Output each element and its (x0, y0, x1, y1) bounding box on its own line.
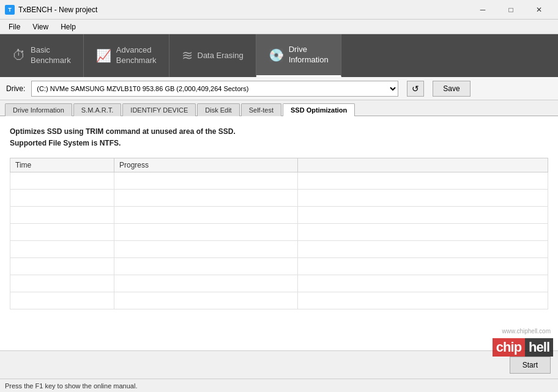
toolbar-drive-information[interactable]: 💽 DriveInformation (256, 34, 341, 77)
tab-ssd-optimization[interactable]: SSD Optimization (283, 103, 355, 116)
table-row (10, 224, 548, 241)
tab-smart[interactable]: S.M.A.R.T. (73, 103, 122, 116)
tab-drive-information[interactable]: Drive Information (5, 103, 72, 116)
status-bar: Press the F1 key to show the online manu… (0, 379, 558, 392)
table-row (10, 190, 548, 207)
tabs-bar: Drive Information S.M.A.R.T. IDENTIFY DE… (0, 100, 558, 116)
title-bar: T TxBENCH - New project ─ □ ✕ (0, 0, 558, 20)
data-erasing-icon: ≋ (182, 48, 193, 64)
basic-benchmark-icon: ⏱ (12, 48, 26, 64)
close-button[interactable]: ✕ (525, 0, 553, 20)
basic-benchmark-label: BasicBenchmark (31, 45, 71, 66)
window-controls: ─ □ ✕ (469, 0, 553, 20)
tab-disk-edit[interactable]: Disk Edit (197, 103, 239, 116)
drive-information-label: DriveInformation (289, 45, 329, 65)
advanced-benchmark-label: AdvancedBenchmark (116, 45, 157, 66)
menu-file[interactable]: File (2, 21, 26, 32)
maximize-button[interactable]: □ (497, 0, 525, 20)
drive-bar: Drive: (C:) NVMe SAMSUNG MZVLB1T0 953.86… (0, 77, 558, 100)
desc-line2: Supported File System is NTFS. (10, 138, 548, 149)
advanced-benchmark-icon: 📈 (96, 48, 111, 63)
col-header-progress: Progress (114, 158, 298, 172)
drive-label: Drive: (6, 84, 25, 93)
toolbar-advanced-benchmark[interactable]: 📈 AdvancedBenchmark (84, 34, 169, 77)
col-header-time: Time (10, 158, 114, 172)
main-wrapper: Drive Information S.M.A.R.T. IDENTIFY DE… (0, 100, 558, 379)
drive-select[interactable]: (C:) NVMe SAMSUNG MZVLB1T0 953.86 GB (2,… (31, 81, 398, 97)
table-row (10, 292, 548, 309)
description-block: Optimizes SSD using TRIM command at unus… (10, 126, 548, 149)
menu-help[interactable]: Help (54, 21, 82, 32)
bottom-bar: Start (0, 350, 558, 379)
desc-line1: Optimizes SSD using TRIM command at unus… (10, 126, 548, 138)
start-button[interactable]: Start (510, 357, 551, 374)
title-bar-left: T TxBENCH - New project (5, 5, 97, 15)
col-header-extra (298, 158, 548, 172)
table-row (10, 258, 548, 275)
app-title: TxBENCH - New project (18, 6, 97, 14)
app-icon: T (5, 5, 15, 15)
status-text: Press the F1 key to show the online manu… (5, 382, 137, 390)
tab-content-ssd-optimization: Optimizes SSD using TRIM command at unus… (0, 116, 558, 350)
table-row (10, 275, 548, 292)
table-row (10, 172, 548, 190)
minimize-button[interactable]: ─ (469, 0, 497, 20)
toolbar-basic-benchmark[interactable]: ⏱ BasicBenchmark (0, 34, 84, 77)
toolbar: ⏱ BasicBenchmark 📈 AdvancedBenchmark ≋ D… (0, 34, 558, 77)
drive-refresh-button[interactable]: ↺ (407, 81, 424, 97)
content-area: Drive Information S.M.A.R.T. IDENTIFY DE… (0, 100, 558, 350)
menu-bar: File View Help (0, 20, 558, 34)
tab-self-test[interactable]: Self-test (241, 103, 281, 116)
drive-information-icon: 💽 (269, 48, 284, 62)
optimization-table: Time Progress (10, 158, 548, 309)
table-row (10, 241, 548, 258)
menu-view[interactable]: View (26, 21, 54, 32)
table-row (10, 207, 548, 224)
drive-save-button[interactable]: Save (433, 81, 470, 97)
toolbar-data-erasing[interactable]: ≋ Data Erasing (169, 34, 256, 77)
data-erasing-label: Data Erasing (198, 51, 244, 61)
tab-identify-device[interactable]: IDENTIFY DEVICE (122, 103, 196, 116)
drive-select-wrapper: (C:) NVMe SAMSUNG MZVLB1T0 953.86 GB (2,… (31, 81, 398, 97)
